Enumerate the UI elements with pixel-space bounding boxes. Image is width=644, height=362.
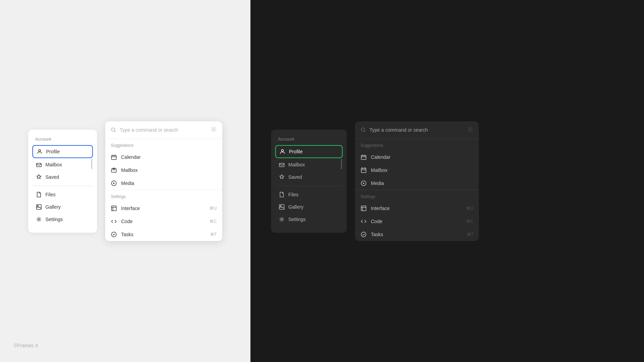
sidebar-item-profile-dark[interactable]: Profile	[275, 145, 343, 158]
mailbox-icon	[36, 162, 42, 168]
svg-point-5	[111, 128, 115, 131]
tasks-icon-dark	[361, 231, 367, 238]
settings-section-light: Settings	[105, 190, 222, 202]
svg-point-15	[281, 218, 283, 220]
suggestions-title-dark: Suggestions	[361, 143, 473, 148]
star-icon-dark	[279, 174, 285, 180]
mailbox-icon-dark	[279, 162, 285, 168]
mailbox-icon-palette-dark	[361, 167, 367, 173]
code-icon-dark	[361, 218, 367, 224]
sidebar-top-items-light: Profile Mailbox	[32, 145, 93, 183]
dark-theme-section: Account Profile	[250, 0, 644, 362]
settings-title-dark: Settings	[361, 194, 473, 199]
light-theme-section: Account Profile	[0, 0, 250, 362]
search-icon-light	[111, 127, 116, 133]
search-icon-dark	[361, 127, 366, 133]
gallery-icon-dark	[279, 204, 285, 210]
svg-point-14	[280, 205, 281, 206]
suggestions-section-dark: Suggestions	[355, 139, 479, 151]
sparkle-icon-light	[211, 126, 217, 134]
palette-item-interface-light[interactable]: Interface ⌘U	[105, 202, 222, 215]
sidebar-item-mailbox-dark[interactable]: Mailbox	[275, 159, 343, 171]
palette-item-mailbox-light[interactable]: Mailbox	[105, 164, 222, 177]
media-icon-dark	[361, 180, 367, 186]
svg-rect-9	[111, 206, 116, 211]
sidebar-dark: Account Profile	[271, 130, 347, 233]
tasks-icon-light	[111, 231, 117, 238]
user-icon	[36, 149, 43, 155]
svg-point-17	[470, 129, 471, 130]
sparkle-icon-dark	[467, 126, 473, 134]
palette-dark: Suggestions Calendar	[355, 121, 479, 241]
sidebar-item-saved-dark[interactable]: Saved	[275, 171, 343, 183]
tasks-shortcut-light: ⌘T	[210, 232, 217, 237]
svg-point-11	[281, 150, 283, 152]
sidebar-light: Account Profile	[28, 130, 97, 233]
palette-item-tasks-dark[interactable]: Tasks ⌘T	[355, 228, 479, 241]
search-input-light[interactable]	[120, 127, 207, 133]
palette-search-light	[105, 121, 222, 139]
palette-item-code-dark[interactable]: Code ⌘C	[355, 215, 479, 228]
search-input-dark[interactable]	[369, 127, 464, 133]
sidebar-item-profile-light[interactable]: Profile	[32, 145, 93, 158]
palette-light: Suggestions Calendar	[105, 121, 222, 241]
sidebar-item-mailbox-light[interactable]: Mailbox	[32, 159, 93, 171]
sidebar-item-files-dark[interactable]: Files	[275, 189, 343, 200]
palette-item-tasks-light[interactable]: Tasks ⌘T	[105, 228, 222, 241]
file-icon-dark	[279, 191, 285, 198]
file-icon	[36, 191, 42, 198]
mailbox-icon-palette-light	[111, 167, 117, 173]
calendar-icon-dark	[361, 154, 367, 160]
code-shortcut-light: ⌘C	[210, 219, 217, 224]
watermark: ©Frames X	[14, 343, 38, 348]
interface-icon-light	[111, 205, 117, 211]
sidebar-item-settings-light[interactable]: Settings	[32, 213, 93, 225]
settings-section-dark-header: Settings	[355, 190, 479, 202]
svg-rect-1	[36, 163, 41, 167]
palette-item-interface-dark[interactable]: Interface ⌘U	[355, 202, 479, 215]
media-icon-light	[111, 180, 117, 186]
palette-item-code-light[interactable]: Code ⌘C	[105, 215, 222, 228]
settings-icon	[36, 216, 42, 222]
code-shortcut-dark: ⌘C	[466, 219, 473, 224]
svg-point-16	[361, 128, 365, 131]
star-icon	[36, 174, 42, 180]
sidebar-divider-dark	[275, 186, 343, 186]
svg-point-0	[39, 150, 41, 152]
svg-rect-12	[279, 163, 284, 167]
palette-search-dark	[355, 121, 479, 139]
sidebar-item-gallery-light[interactable]: Gallery	[32, 201, 93, 213]
palette-item-media-dark[interactable]: Media	[355, 177, 479, 190]
suggestions-section-light: Suggestions	[105, 139, 222, 151]
palette-item-calendar-dark[interactable]: Calendar	[355, 151, 479, 164]
svg-rect-18	[361, 155, 366, 160]
svg-rect-19	[361, 168, 366, 173]
scrollbar-indicator-light	[91, 159, 92, 169]
svg-point-6	[213, 129, 214, 130]
interface-icon-dark	[361, 205, 367, 211]
sidebar-item-settings-dark[interactable]: Settings	[275, 213, 343, 225]
dark-panels: Account Profile	[271, 121, 479, 241]
palette-item-media-light[interactable]: Media	[105, 177, 222, 190]
sidebar-item-saved-light[interactable]: Saved	[32, 171, 93, 183]
interface-shortcut-light: ⌘U	[210, 206, 217, 211]
svg-rect-21	[361, 206, 366, 211]
sidebar-account-title-dark: Account	[275, 136, 343, 142]
calendar-icon-light	[111, 154, 117, 160]
svg-point-4	[38, 218, 40, 220]
code-icon-light	[111, 218, 117, 224]
settings-title-light: Settings	[111, 194, 217, 199]
svg-point-3	[37, 205, 39, 206]
tasks-shortcut-dark: ⌘T	[467, 232, 473, 237]
sidebar-item-gallery-dark[interactable]: Gallery	[275, 201, 343, 213]
interface-shortcut-dark: ⌘U	[466, 206, 473, 211]
sidebar-item-files-light[interactable]: Files	[32, 189, 93, 200]
palette-item-calendar-light[interactable]: Calendar	[105, 151, 222, 164]
palette-item-mailbox-dark[interactable]: Mailbox	[355, 164, 479, 177]
light-panels: Account Profile	[28, 121, 222, 241]
user-icon-dark	[279, 149, 286, 155]
svg-rect-7	[111, 155, 116, 160]
sidebar-account-title-light: Account	[32, 136, 93, 142]
gallery-icon	[36, 204, 42, 210]
scrollbar-indicator-dark	[341, 159, 342, 169]
